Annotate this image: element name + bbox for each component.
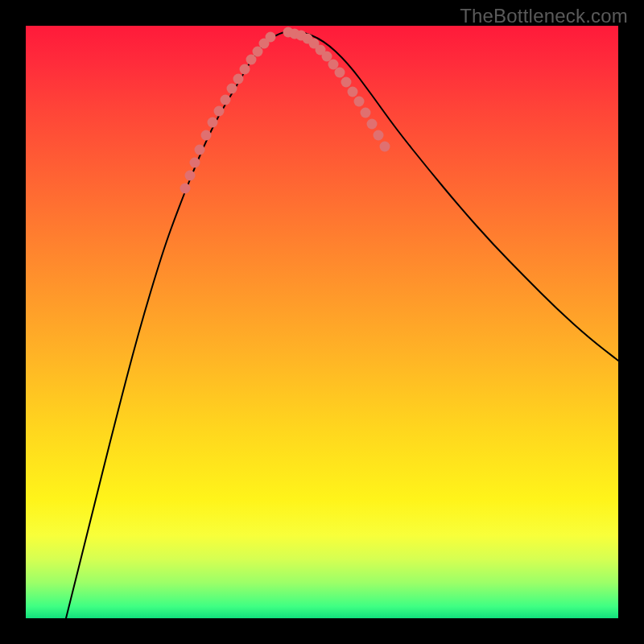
marker-dot xyxy=(240,64,250,75)
chart-frame: TheBottleneck.com xyxy=(0,0,644,644)
marker-dot xyxy=(195,145,205,155)
marker-dot xyxy=(341,77,352,88)
bottleneck-curve xyxy=(66,31,618,618)
marker-dot xyxy=(361,108,371,118)
watermark-text: TheBottleneck.com xyxy=(460,5,628,27)
marker-dot xyxy=(227,84,237,94)
marker-dot xyxy=(266,32,276,43)
marker-dot xyxy=(190,158,200,168)
curve-layer xyxy=(66,31,618,618)
marker-dot xyxy=(367,119,378,130)
marker-dot xyxy=(201,130,212,141)
marker-dot xyxy=(233,74,244,85)
marker-dot xyxy=(348,87,358,97)
marker-dot xyxy=(185,171,196,181)
chart-svg xyxy=(26,26,618,618)
marker-dot xyxy=(214,106,225,117)
marker-dot xyxy=(354,97,365,107)
marker-dot xyxy=(208,118,218,128)
marker-dot xyxy=(374,130,384,141)
marker-dot xyxy=(380,142,390,152)
marker-dot xyxy=(221,95,231,105)
marker-cluster-right xyxy=(283,27,390,152)
marker-dot xyxy=(180,184,191,194)
plot-area xyxy=(26,26,618,618)
marker-dot xyxy=(335,68,345,78)
